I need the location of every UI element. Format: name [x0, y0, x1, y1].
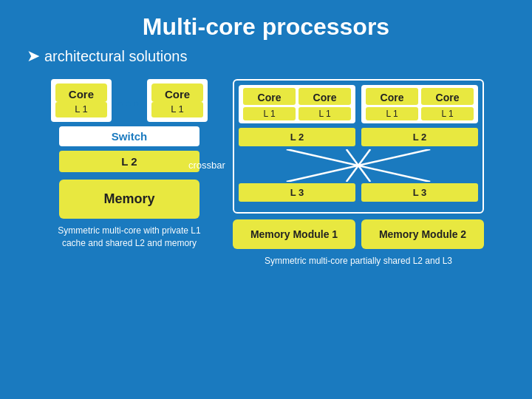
- right-l1-1: L 1: [243, 107, 296, 120]
- right-l1-2: L 1: [299, 107, 351, 120]
- right-diagram: Core Core L 1 L 1 Core Core L 1: [233, 79, 484, 267]
- left-core2-label: Core: [151, 83, 203, 102]
- memory-module-1: Memory Module 1: [233, 219, 355, 249]
- right-l2-1: L 2: [239, 128, 355, 146]
- right-core3: Core: [366, 88, 418, 105]
- left-memory-box: Memory: [59, 180, 200, 219]
- memory-module-2: Memory Module 2: [361, 219, 484, 249]
- left-l1-1-label: L 1: [55, 102, 107, 117]
- right-core1: Core: [243, 88, 296, 105]
- left-l2-box: L 2: [59, 151, 200, 172]
- right-l1-3: L 1: [366, 107, 418, 120]
- right-l3-1: L 3: [239, 183, 355, 202]
- crossbar-svg: [239, 149, 478, 182]
- subtitle: ➤architectural solutions: [0, 47, 532, 66]
- right-caption: Symmetric multi-core partially shared L2…: [265, 255, 452, 267]
- right-l1-4: L 1: [421, 107, 474, 120]
- crossbar-label: crossbar: [188, 160, 225, 171]
- right-l2-2: L 2: [361, 128, 478, 146]
- right-core2: Core: [299, 88, 351, 105]
- dots-icon: •••: [117, 95, 141, 114]
- left-core1-group: Core L 1: [51, 79, 112, 122]
- left-diagram: Core L 1 ••• Core L 1 Switch L 2 Memory …: [48, 79, 211, 250]
- left-l1-2-label: L 1: [151, 102, 203, 117]
- right-group1: Core Core L 1 L 1: [239, 85, 355, 123]
- right-l3-2: L 3: [361, 183, 478, 202]
- page-title: Multi-core processors: [0, 0, 532, 47]
- left-core1-label: Core: [55, 83, 107, 102]
- left-core2-group: Core L 1: [147, 79, 208, 122]
- right-group2: Core Core L 1 L 1: [361, 85, 478, 123]
- right-core4: Core: [421, 88, 474, 105]
- switch-box: Switch: [59, 126, 200, 146]
- left-caption: Symmetric multi-core with private L1 cac…: [48, 225, 211, 250]
